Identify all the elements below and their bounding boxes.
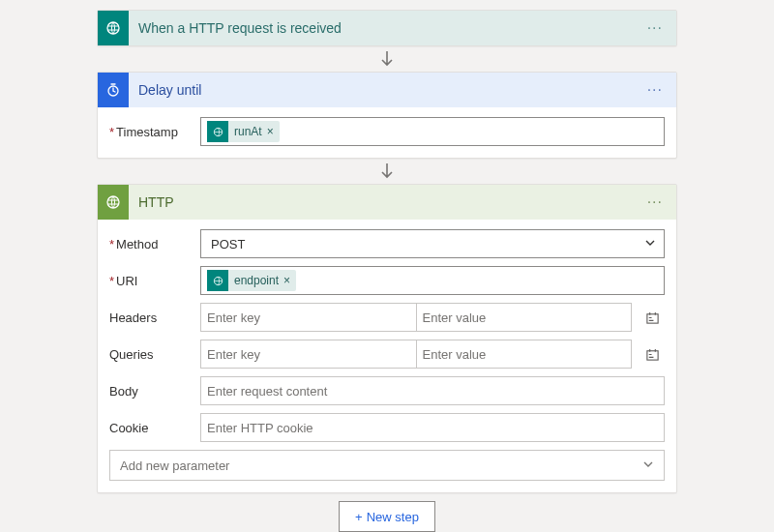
globe-icon bbox=[98, 185, 129, 220]
token-runat[interactable]: runAt × bbox=[207, 121, 280, 142]
trigger-card: When a HTTP request is received ··· bbox=[97, 10, 677, 46]
queries-label: Queries bbox=[109, 347, 200, 362]
http-request-icon bbox=[98, 11, 129, 45]
timestamp-input[interactable]: runAt × bbox=[200, 117, 665, 146]
add-parameter-label: Add new parameter bbox=[120, 458, 229, 473]
delay-title: Delay until bbox=[138, 82, 643, 98]
clock-icon bbox=[98, 73, 129, 107]
method-value: POST bbox=[211, 237, 245, 251]
http-title: HTTP bbox=[138, 194, 643, 210]
svg-point-0 bbox=[107, 22, 119, 34]
queries-value-input[interactable] bbox=[416, 340, 633, 369]
trigger-header[interactable]: When a HTTP request is received ··· bbox=[98, 11, 676, 45]
chevron-down-icon bbox=[644, 236, 656, 251]
token-icon bbox=[207, 121, 228, 142]
chevron-down-icon bbox=[642, 458, 654, 473]
new-step-button[interactable]: + New step bbox=[339, 501, 435, 532]
more-icon[interactable]: ··· bbox=[643, 19, 667, 37]
token-icon bbox=[207, 270, 228, 291]
body-input[interactable] bbox=[200, 376, 665, 405]
more-icon[interactable]: ··· bbox=[643, 81, 667, 99]
add-parameter-select[interactable]: Add new parameter bbox=[109, 450, 665, 481]
plus-icon: + bbox=[355, 510, 363, 524]
more-icon[interactable]: ··· bbox=[643, 193, 667, 211]
http-card: HTTP ··· Method POST URI bbox=[97, 184, 677, 493]
svg-point-3 bbox=[107, 196, 119, 208]
delay-card: Delay until ··· Timestamp runAt × bbox=[97, 72, 677, 159]
headers-key-input[interactable] bbox=[200, 303, 416, 332]
close-icon[interactable]: × bbox=[267, 125, 274, 138]
close-icon[interactable]: × bbox=[283, 274, 290, 287]
edit-text-icon[interactable] bbox=[640, 305, 665, 330]
headers-value-input[interactable] bbox=[416, 303, 633, 332]
http-header[interactable]: HTTP ··· bbox=[98, 185, 676, 220]
arrow-icon bbox=[380, 159, 394, 184]
edit-text-icon[interactable] bbox=[640, 341, 665, 367]
cookie-input[interactable] bbox=[200, 413, 665, 442]
trigger-title: When a HTTP request is received bbox=[138, 20, 643, 36]
cookie-label: Cookie bbox=[109, 421, 200, 435]
svg-rect-6 bbox=[646, 350, 657, 359]
delay-header[interactable]: Delay until ··· bbox=[98, 73, 676, 107]
headers-label: Headers bbox=[109, 310, 200, 325]
body-label: Body bbox=[109, 384, 200, 399]
svg-rect-5 bbox=[646, 313, 657, 322]
queries-key-input[interactable] bbox=[200, 340, 416, 369]
uri-input[interactable]: endpoint × bbox=[200, 266, 665, 295]
method-label: Method bbox=[109, 237, 200, 251]
token-label: endpoint bbox=[234, 274, 279, 287]
method-select[interactable]: POST bbox=[200, 229, 665, 258]
token-label: runAt bbox=[234, 125, 262, 138]
timestamp-label: Timestamp bbox=[109, 125, 200, 139]
new-step-label: New step bbox=[367, 510, 419, 524]
token-endpoint[interactable]: endpoint × bbox=[207, 270, 296, 291]
arrow-icon bbox=[380, 46, 394, 72]
uri-label: URI bbox=[109, 274, 200, 288]
